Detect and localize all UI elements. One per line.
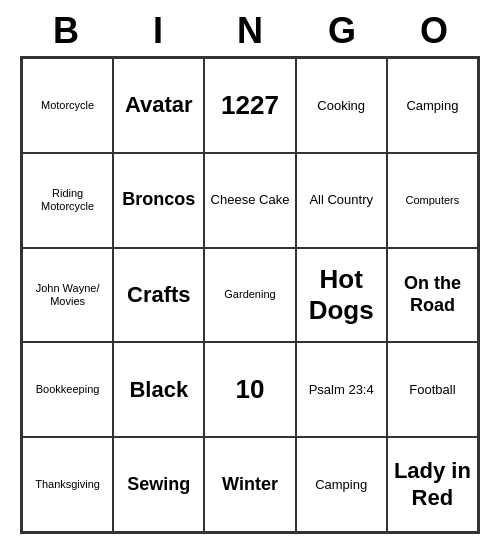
bingo-letter: G <box>298 10 386 52</box>
bingo-cell-12: Gardening <box>204 248 295 343</box>
bingo-cell-15: Bookkeeping <box>22 342 113 437</box>
bingo-cell-5: Riding Motorcycle <box>22 153 113 248</box>
bingo-cell-18: Psalm 23:4 <box>296 342 387 437</box>
bingo-cell-4: Camping <box>387 58 478 153</box>
bingo-cell-16: Black <box>113 342 204 437</box>
bingo-cell-23: Camping <box>296 437 387 532</box>
bingo-cell-0: Motorcycle <box>22 58 113 153</box>
bingo-cell-1: Avatar <box>113 58 204 153</box>
bingo-cell-17: 10 <box>204 342 295 437</box>
bingo-cell-19: Football <box>387 342 478 437</box>
bingo-cell-13: Hot Dogs <box>296 248 387 343</box>
bingo-cell-2: 1227 <box>204 58 295 153</box>
bingo-cell-6: Broncos <box>113 153 204 248</box>
bingo-cell-11: Crafts <box>113 248 204 343</box>
bingo-cell-9: Computers <box>387 153 478 248</box>
bingo-cell-8: All Country <box>296 153 387 248</box>
bingo-grid: MotorcycleAvatar1227CookingCampingRiding… <box>20 56 480 534</box>
bingo-cell-20: Thanksgiving <box>22 437 113 532</box>
bingo-cell-24: Lady in Red <box>387 437 478 532</box>
bingo-cell-3: Cooking <box>296 58 387 153</box>
bingo-letter: I <box>114 10 202 52</box>
bingo-header: BINGO <box>20 10 480 52</box>
bingo-letter: O <box>390 10 478 52</box>
bingo-cell-21: Sewing <box>113 437 204 532</box>
bingo-cell-10: John Wayne/ Movies <box>22 248 113 343</box>
bingo-cell-14: On the Road <box>387 248 478 343</box>
bingo-letter: N <box>206 10 294 52</box>
bingo-cell-22: Winter <box>204 437 295 532</box>
bingo-letter: B <box>22 10 110 52</box>
bingo-cell-7: Cheese Cake <box>204 153 295 248</box>
